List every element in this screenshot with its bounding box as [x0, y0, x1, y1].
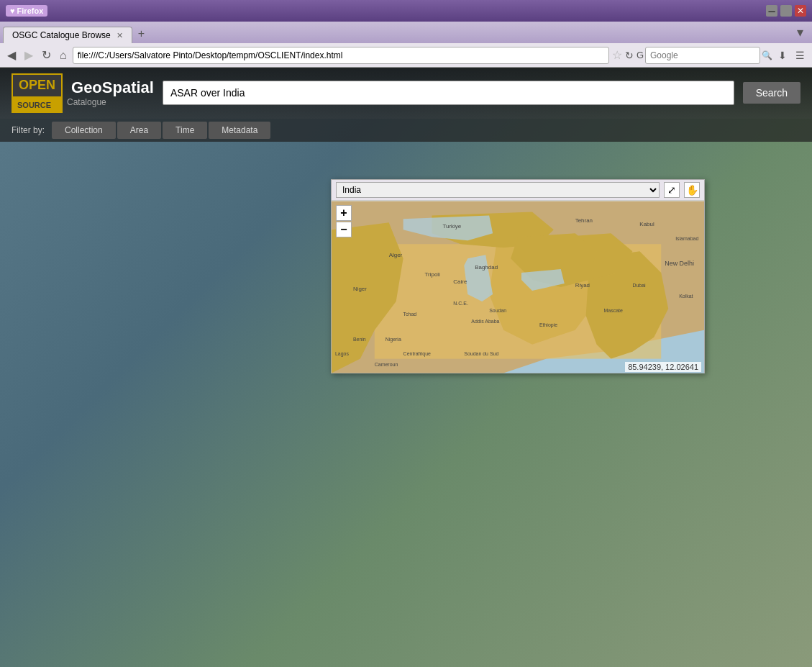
tab-bar: OSGC Catalogue Browse ✕ + ▾ [0, 22, 812, 43]
forward-btn[interactable]: ▶ [22, 45, 36, 65]
main-search-input[interactable] [163, 81, 734, 105]
svg-text:Ethiopie: Ethiopie [539, 322, 557, 328]
map-coordinates: 85.94239, 12.02641 [625, 362, 701, 372]
svg-text:Kolkat: Kolkat [679, 294, 693, 299]
map-zoom-controls: + − [336, 205, 352, 237]
download-btn[interactable]: ⬇ [775, 47, 790, 64]
svg-text:Islamabad: Islamabad [675, 236, 698, 241]
svg-text:New Delhi: New Delhi [665, 260, 694, 267]
zoom-in-btn[interactable]: + [336, 205, 352, 221]
home-btn[interactable]: ⌂ [57, 46, 70, 65]
logo-text-block: GeoSpatial Catalogue [67, 78, 154, 107]
site-header: OPEN SOURCE GeoSpatial Catalogue Search [0, 68, 812, 119]
svg-text:Lagos: Lagos [335, 351, 350, 357]
new-tab-btn[interactable]: + [132, 24, 150, 43]
refresh-icon[interactable]: ↻ [625, 50, 634, 61]
maximize-btn[interactable] [780, 5, 792, 17]
toolbar-icons: ☆ ↻ [612, 48, 634, 62]
filter-time-btn[interactable]: Time [163, 122, 207, 139]
svg-text:Dubai: Dubai [632, 283, 646, 288]
filter-collection-btn[interactable]: Collection [52, 122, 116, 139]
filter-bar: Filter by: Collection Area Time Metadata [0, 119, 812, 142]
svg-text:Niger: Niger [353, 286, 367, 292]
svg-text:Benin: Benin [353, 337, 366, 342]
svg-text:Soudan: Soudan [489, 308, 506, 313]
logo-catalogue: Catalogue [67, 97, 154, 107]
svg-text:Baghdad: Baghdad [475, 264, 498, 271]
tab-list-btn[interactable]: ▾ [791, 22, 809, 43]
svg-text:Alger: Alger [389, 252, 403, 258]
filter-label: Filter by: [12, 125, 45, 135]
search-engine-icon: G [637, 50, 644, 60]
filter-metadata-btn[interactable]: Metadata [209, 122, 270, 139]
svg-text:N.C.E.: N.C.E. [453, 301, 468, 306]
filter-area-btn[interactable]: Area [117, 122, 161, 139]
url-input[interactable] [73, 47, 609, 64]
logo-open: OPEN SOURCE [12, 73, 63, 113]
svg-text:Kabul: Kabul [639, 221, 654, 227]
map-expand-btn[interactable]: ⤢ [664, 182, 680, 198]
zoom-out-btn[interactable]: − [336, 222, 352, 237]
svg-text:Riyad: Riyad [575, 282, 590, 289]
minimize-btn[interactable]: ─ [766, 5, 777, 17]
map-toolbar: India ⤢ ✋ [332, 180, 704, 201]
svg-text:Soudan du Sud: Soudan du Sud [464, 351, 498, 356]
tab-label: OSGC Catalogue Browse [12, 30, 111, 40]
svg-text:Centrafrique: Centrafrique [403, 351, 431, 357]
page: OPEN SOURCE GeoSpatial Catalogue Search … [0, 68, 812, 667]
map-grab-btn[interactable]: ✋ [684, 182, 700, 198]
svg-text:Tehran: Tehran [575, 217, 593, 224]
logo-block: OPEN SOURCE GeoSpatial Catalogue [12, 73, 154, 113]
nav-bar: ◀ ▶ ↻ ⌂ ☆ ↻ G 🔍 ⬇ ☰ [0, 43, 812, 68]
main-search-btn[interactable]: Search [743, 82, 800, 104]
firefox-logo: ♥ Firefox [6, 5, 47, 17]
map-area-select[interactable]: India [336, 182, 660, 198]
map-svg[interactable]: Turkiye Tehran Kabul Islamabad New Delhi… [332, 201, 704, 373]
browser-search-input[interactable] [645, 47, 760, 64]
reload-btn[interactable]: ↻ [39, 45, 54, 65]
menu-btn[interactable]: ☰ [793, 47, 808, 64]
active-tab[interactable]: OSGC Catalogue Browse ✕ [3, 27, 132, 43]
tab-close-btn[interactable]: ✕ [117, 31, 123, 40]
search-submit-icon[interactable]: 🔍 [762, 50, 772, 60]
svg-text:Caire: Caire [453, 278, 467, 285]
logo-geospatial: GeoSpatial [71, 78, 154, 97]
svg-text:Tripoli: Tripoli [425, 271, 441, 278]
bookmark-icon[interactable]: ☆ [612, 48, 622, 62]
map-overlay: India ⤢ ✋ [331, 179, 705, 373]
svg-text:Nigeria: Nigeria [386, 337, 401, 342]
svg-text:Mascate: Mascate [604, 308, 623, 313]
back-btn[interactable]: ◀ [4, 45, 19, 65]
map-body: Turkiye Tehran Kabul Islamabad New Delhi… [332, 201, 704, 373]
svg-text:Cameroun: Cameroun [375, 362, 398, 367]
title-bar: ♥ Firefox ─ ✕ [0, 0, 812, 22]
close-btn[interactable]: ✕ [795, 5, 806, 17]
svg-text:Tchad: Tchad [403, 312, 417, 317]
svg-text:Addis Ababa: Addis Ababa [471, 319, 499, 324]
svg-text:Turkiye: Turkiye [442, 223, 461, 230]
